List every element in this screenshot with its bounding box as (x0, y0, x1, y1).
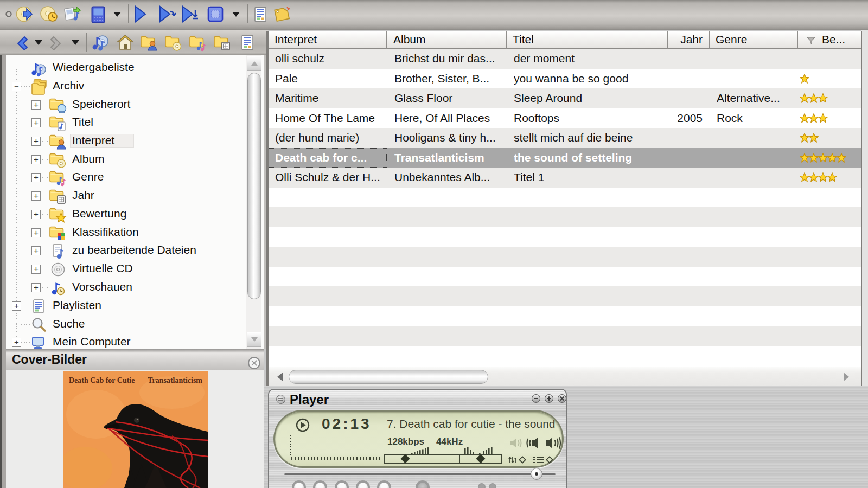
svg-text:Transatlanticism: Transatlanticism (148, 376, 202, 384)
svg-text:Death Cab for Cutie: Death Cab for Cutie (69, 376, 135, 384)
